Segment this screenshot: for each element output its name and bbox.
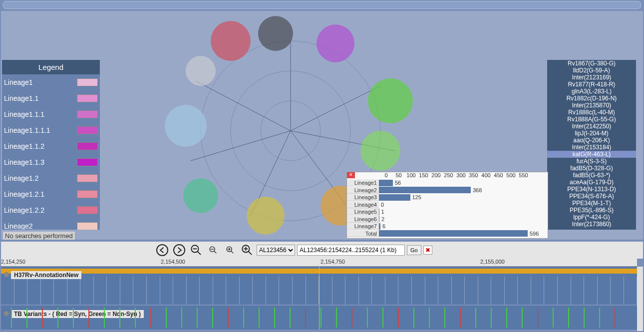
legend-label: Lineage1.1.3 <box>4 158 77 166</box>
chromosome-select[interactable]: AL123456 <box>257 245 295 256</box>
legend-item[interactable]: Lineage1.1.1 <box>2 106 100 122</box>
gene-item[interactable]: lipJ(I-204-M) <box>547 130 636 137</box>
gene-list-panel[interactable]: Rv1867(G-380-G)lldD2(G-59-A)Inter(212316… <box>547 60 636 230</box>
chart-row-label: Lineage6 <box>347 216 379 223</box>
zoom-out-large-button[interactable] <box>189 243 204 258</box>
legend-label: Lineage1.1.2 <box>4 142 77 150</box>
top-panel-header <box>3 1 641 9</box>
chart-row: Lineage62 <box>347 216 548 223</box>
ruler-tick: 2,154,750 <box>321 259 345 265</box>
gene-item[interactable]: furA(S-3-S) <box>547 158 636 165</box>
gene-item[interactable]: katG(R-463-L) <box>547 151 636 158</box>
gene-item[interactable]: Inter(2135870) <box>547 102 636 109</box>
track-variants[interactable]: TB Variants - ( Red = Syn, Green = Non-S… <box>1 306 637 330</box>
legend-label: Lineage1.2.2 <box>4 206 77 214</box>
gene-item[interactable]: Inter(2142250) <box>547 123 636 130</box>
lineage-chart: ✕ 050100150200250300350400450500550 Line… <box>346 172 548 239</box>
legend-item[interactable]: Lineage1.2.1 <box>2 186 100 202</box>
chart-row: Lineage3125 <box>347 194 548 201</box>
legend-swatch <box>77 94 98 102</box>
svg-point-19 <box>186 56 216 86</box>
legend-item[interactable]: Lineage1 <box>2 74 100 90</box>
gene-item[interactable]: aceAa(G-179-D) <box>547 179 636 186</box>
gene-item[interactable]: Rv1877(R-418-R) <box>547 81 636 88</box>
zoom-in-small-button[interactable] <box>225 245 236 256</box>
gene-item[interactable]: PPE34(S-676-A) <box>547 193 636 200</box>
gene-item[interactable]: fadB5(G-63-*) <box>547 172 636 179</box>
gene-item[interactable]: PPE34(N-1313-D) <box>547 186 636 193</box>
gene-item[interactable]: aao(Q-206-K) <box>547 137 636 144</box>
chart-value: 1 <box>379 209 384 215</box>
legend-label: Lineage1.1 <box>4 94 77 102</box>
svg-point-10 <box>211 21 251 61</box>
svg-line-33 <box>249 252 252 255</box>
go-button[interactable]: Go <box>407 245 421 255</box>
track-close-icon[interactable] <box>4 311 9 316</box>
chart-row-label: Lineage2 <box>347 187 379 194</box>
chart-axis: 050100150200250300350400450500550 <box>380 172 548 179</box>
track-scrollbar[interactable] <box>637 267 643 331</box>
legend-panel[interactable]: Legend Lineage1Lineage1.1Lineage1.1.1Lin… <box>2 60 100 230</box>
legend-swatch <box>77 142 98 150</box>
chart-row-label: Lineage1 <box>347 179 379 186</box>
svg-line-8 <box>191 131 291 161</box>
close-icon[interactable]: ✕ <box>347 172 355 178</box>
ruler-tick: 2,154,500 <box>161 259 185 265</box>
legend-item[interactable]: Lineage1.1.1.1 <box>2 122 100 138</box>
chart-row-label: Lineage4 <box>347 201 379 208</box>
gene-item[interactable]: lldD2(G-59-A) <box>547 67 636 74</box>
gene-item[interactable]: Rv1867(G-380-G) <box>547 60 636 67</box>
gene-item[interactable]: Inter(2123169) <box>547 74 636 81</box>
legend-swatch <box>77 78 98 86</box>
ruler-tick: 2,155,000 <box>480 259 505 265</box>
svg-line-29 <box>231 251 234 254</box>
legend-label: Lineage1.2.1 <box>4 190 77 198</box>
svg-line-9 <box>196 81 291 131</box>
zoom-in-large-button[interactable] <box>240 243 255 258</box>
chart-row: Lineage76 <box>347 223 548 230</box>
gene-item[interactable]: lppF(*-424-G) <box>547 214 636 221</box>
track-annotation[interactable]: H37Rv-AnnotationNew <box>1 267 637 305</box>
gene-item[interactable]: Inter(2173860) <box>547 221 636 228</box>
clear-button[interactable]: ✖ <box>423 246 432 255</box>
legend-item[interactable]: Lineage1.1.2 <box>2 138 100 154</box>
chart-row: Lineage156 <box>347 179 548 186</box>
chart-row: Total596 <box>347 230 548 237</box>
legend-label: Lineage1.1.1.1 <box>4 126 77 134</box>
legend-swatch <box>77 190 98 198</box>
location-input[interactable] <box>297 245 405 256</box>
chart-row: Lineage51 <box>347 208 548 215</box>
legend-item[interactable]: Lineage1.1.3 <box>2 154 100 170</box>
zoom-out-small-button[interactable] <box>208 245 219 256</box>
genome-ruler: 2,154,2502,154,5002,154,7502,155,000 <box>1 259 637 267</box>
gene-item[interactable]: Inter(2153184) <box>547 144 636 151</box>
gene-item[interactable]: fadB5(D-328-G) <box>547 165 636 172</box>
chart-row-label: Lineage3 <box>347 194 379 201</box>
nav-left-button[interactable] <box>155 243 170 258</box>
chart-value: 596 <box>528 231 539 237</box>
legend-label: Lineage2 <box>4 222 77 230</box>
gene-item[interactable]: Rv1882c(D-196-N) <box>547 95 636 102</box>
nav-right-button[interactable] <box>172 243 187 258</box>
svg-point-13 <box>368 78 413 123</box>
legend-swatch <box>77 222 98 230</box>
legend-item[interactable]: Lineage2 <box>2 218 100 230</box>
gene-item[interactable]: glnA3(L-283-L) <box>547 88 636 95</box>
legend-swatch <box>77 174 98 182</box>
gene-item[interactable]: PPE34(M-1-T) <box>547 200 636 207</box>
chart-row-label: Lineage5 <box>347 208 379 215</box>
legend-title: Legend <box>2 60 100 74</box>
gene-item[interactable]: PPE35(L-896-S) <box>547 207 636 214</box>
svg-point-17 <box>183 178 218 213</box>
gene-item[interactable]: Rv1888c(L-40-M) <box>547 109 636 116</box>
svg-line-23 <box>198 252 201 255</box>
main-view: Legend Lineage1Lineage1.1Lineage1.1.1Lin… <box>1 11 643 240</box>
svg-point-12 <box>317 24 354 62</box>
svg-line-4 <box>291 86 380 131</box>
gene-item[interactable]: Rv1888A(G-55-G) <box>547 116 636 123</box>
legend-item[interactable]: Lineage1.1 <box>2 90 100 106</box>
legend-item[interactable]: Lineage1.2.2 <box>2 202 100 218</box>
legend-item[interactable]: Lineage1.2 <box>2 170 100 186</box>
chart-bar <box>379 187 471 193</box>
svg-point-11 <box>258 16 293 51</box>
